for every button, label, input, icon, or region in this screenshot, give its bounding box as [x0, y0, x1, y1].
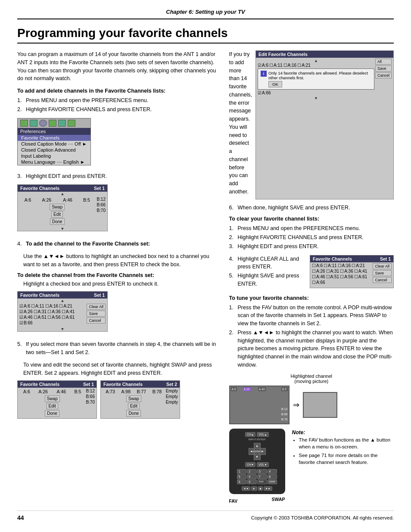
remote-media-btns: ◄◄ ► ■ ►►	[242, 486, 272, 491]
swap-label: SWAP	[272, 497, 285, 504]
edit-fav-body: ▲ A:6 A:11 A:16 A:21 i	[256, 58, 393, 101]
ch-up-btn[interactable]: CH▲	[245, 432, 255, 437]
clear-all-btn[interactable]: Clear All	[87, 304, 106, 310]
fav-label: FAV	[229, 498, 238, 504]
bottom-fav-set2: Favorite Channels Set 2 A:73A:98B:77B:78…	[100, 380, 180, 419]
save-btn[interactable]: Save	[87, 311, 106, 317]
menu-icon-1	[20, 120, 28, 127]
tune-step-2: 2.Press ▲▼◄► to highlight the channel yo…	[229, 329, 394, 369]
menu-item-4[interactable]: Menu Language ···· English ►	[18, 159, 90, 165]
bottom-fav1-right: B:12 B:66 B:70	[86, 389, 95, 417]
tune-steps: 1.Press the FAV button on the remote con…	[229, 304, 394, 369]
cb-scroll-down: ▼	[18, 327, 107, 331]
menu-item-0[interactable]: Favorite Channels	[18, 135, 90, 141]
note-item-2: See page 71 for more details on the favo…	[299, 452, 394, 466]
bottom-fav2-btns: Swap Edit Done	[103, 395, 165, 417]
bottom-fav1-table: A:6A:26A:46B:5	[19, 389, 85, 395]
bottom-done-btn1[interactable]: Done	[45, 410, 59, 417]
fav-set1-content: A:6A:26A:46B:5 Swap Edit Done	[19, 197, 106, 226]
edit-cb-row1: A:6 A:11 A:16 A:21	[258, 63, 374, 68]
edit-btn[interactable]: Edit	[51, 211, 63, 218]
scroll-up-arrow: ▲	[18, 192, 107, 196]
remote-labels: INPUT ENTER	[249, 438, 266, 441]
fav-set1-simple-wrapper: Favorite Channels Set 1 ▲ A:6A:26A:46B:5	[17, 184, 219, 236]
remote-top-buttons: CH▲ VOL▲	[245, 432, 268, 437]
bottom-done-btn2[interactable]: Done	[126, 410, 141, 417]
section1-steps: 1.Press MENU and open the PREFERENCES me…	[17, 96, 219, 114]
clear-cancel-btn[interactable]: Cancel	[373, 277, 392, 283]
bottom-fav-boxes: Favorite Channels Set 1 A:6A:26A:46B:5 S…	[17, 380, 219, 423]
cb-row1: A:6 A:11 A:16 A:21	[19, 304, 86, 308]
fav-clear-box: Favorite Channels Set 1 A:6 A:11 A:16 A:…	[310, 255, 394, 288]
cb-scroll-up: ▲	[18, 299, 107, 303]
ch-down-btn[interactable]: CH▼	[245, 462, 255, 467]
all-btn[interactable]: All	[375, 59, 392, 65]
done-btn[interactable]: Done	[50, 218, 65, 225]
fav-row-1: A:6A:26A:46B:5	[19, 197, 95, 203]
single-channel-screen	[303, 392, 337, 418]
clear-save-btn[interactable]: Save	[373, 270, 392, 276]
cb-row2: A:26 A:31 A:36 A:41	[19, 309, 86, 314]
bottom-fav2-content: A:73A:98B:77B:78 Swap Edit Done Empty	[103, 389, 178, 417]
step-1: 1.Press MENU and open the PREFERENCES me…	[17, 96, 219, 105]
intro-text: You can program a maximum of 14 of your …	[17, 50, 219, 83]
bottom-fav2-header: Favorite Channels Set 2	[101, 381, 180, 388]
step-2: 2.Highlight FAVORITE CHANNELS and press …	[17, 106, 219, 114]
bottom-swap-btn1[interactable]: Swap	[45, 395, 60, 402]
dpad-enter-btn[interactable]: ENTER	[253, 448, 261, 455]
step4-text: Use the ▲▼◄► buttons to highlight an unc…	[17, 252, 219, 269]
bottom-edit-btn2[interactable]: Edit	[128, 403, 140, 409]
fav-cb-header: Favorite Channels Set 1	[18, 292, 107, 299]
error-dialog: i Only 14 favorite channels are allowed.…	[258, 68, 374, 90]
bottom-fav2-table: A:73A:98B:77B:78	[103, 389, 165, 395]
channel-diagram-area: Highlighted channel(moving picture) A:6 …	[229, 373, 394, 424]
chapter-header-text: Chapter 6: Setting up your TV	[166, 9, 245, 15]
fav-checkbox-box: Favorite Channels Set 1 ▲ A:6 A:11 A:16	[17, 291, 108, 332]
bottom-fav1-body: A:6A:26A:46B:5 Swap Edit Done B:12	[18, 388, 97, 418]
note-list: The FAV button functions as the ▲ button…	[292, 436, 394, 466]
menu-item-3[interactable]: Input Labeling	[18, 153, 90, 159]
tune-heading: To tune your favorite channels:	[229, 295, 394, 301]
step5b-text: To view and edit the second set of favor…	[17, 361, 219, 377]
channel-screens-row: A:6 A:26 A:46 B:5 B:12 B:66 B:70 ⇒	[229, 386, 394, 424]
edit-save-btn[interactable]: Save	[375, 65, 392, 72]
remote-numpad: 1 2 3 4 5 6 7 8 9 0 FAV SWAP	[237, 469, 277, 484]
remote-control: CH▲ VOL▲ INPUT ENTER ▲ ▼ ◄ ► ENTER CH▼	[229, 429, 285, 494]
menu-item-1[interactable]: Closed Caption Mode ···· Off ►	[18, 141, 90, 147]
bottom-fav2-main: A:73A:98B:77B:78 Swap Edit Done	[103, 389, 165, 417]
highlight-label: Highlighted channel(moving picture)	[229, 373, 394, 384]
preferences-menu-screenshot: Preferences Favorite Channels Closed Cap…	[17, 118, 91, 165]
menu-item-2[interactable]: Closed Caption Advanced	[18, 147, 90, 153]
clear-all-btn2[interactable]: Clear All	[373, 263, 392, 269]
main-content: You can program a maximum of 14 of your …	[17, 50, 394, 504]
swap-btn[interactable]: Swap	[50, 204, 65, 210]
bottom-edit-btn1[interactable]: Edit	[47, 403, 58, 409]
fav-set1-main: A:6A:26A:46B:5 Swap Edit Done	[19, 197, 95, 226]
page-title: Programming your favorite channels	[17, 26, 394, 44]
fav-clear-content: A:6 A:11 A:16 A:21 A:26 A:31 A:36 A:41	[312, 263, 392, 286]
swap-remote-btn[interactable]: SWAP	[268, 479, 277, 484]
remote-note-row: CH▲ VOL▲ INPUT ENTER ▲ ▼ ◄ ► ENTER CH▼	[229, 429, 394, 504]
edit-fav-content: ▲ A:6 A:11 A:16 A:21 i	[258, 59, 392, 100]
edit-cancel-btn[interactable]: Cancel	[375, 72, 392, 78]
vol-down-btn[interactable]: VOL▼	[257, 462, 268, 467]
clear-steps-with-box: 4.Highlight CLEAR ALL and press ENTER. 5…	[229, 255, 394, 292]
step-3: 3.Highlight EDIT and press ENTER.	[17, 172, 219, 180]
bottom-swap-btn2[interactable]: Swap	[126, 395, 141, 402]
preferences-label: Preferences	[18, 128, 90, 135]
fav-remote-btn[interactable]: FAV	[257, 479, 267, 484]
step4b-text: Highlight a checked box and press ENTER …	[17, 280, 219, 288]
note-title: Note:	[292, 429, 394, 436]
step-5: 5.If you select more than seven favorite…	[17, 340, 219, 357]
clear-cb-row2: A:26 A:31 A:36 A:41	[312, 269, 372, 274]
fav-set1-simple-box: Favorite Channels Set 1 ▲ A:6A:26A:46B:5	[17, 184, 108, 231]
ok-button[interactable]: OK	[268, 81, 282, 87]
fav-set1-body: A:6A:26A:46B:5 Swap Edit Done	[18, 196, 107, 227]
page-number: 44	[17, 514, 24, 521]
fav-clear-body: A:6 A:11 A:16 A:21 A:26 A:31 A:36 A:41	[310, 262, 393, 286]
vol-up-btn[interactable]: VOL▲	[257, 432, 268, 437]
fav-clear-header: Favorite Channels Set 1	[310, 255, 393, 262]
cancel-btn[interactable]: Cancel	[87, 317, 106, 324]
note-item-1: The FAV button functions as the ▲ button…	[299, 436, 394, 450]
step6-text: If you try to add more than 14 favorite …	[229, 50, 252, 196]
